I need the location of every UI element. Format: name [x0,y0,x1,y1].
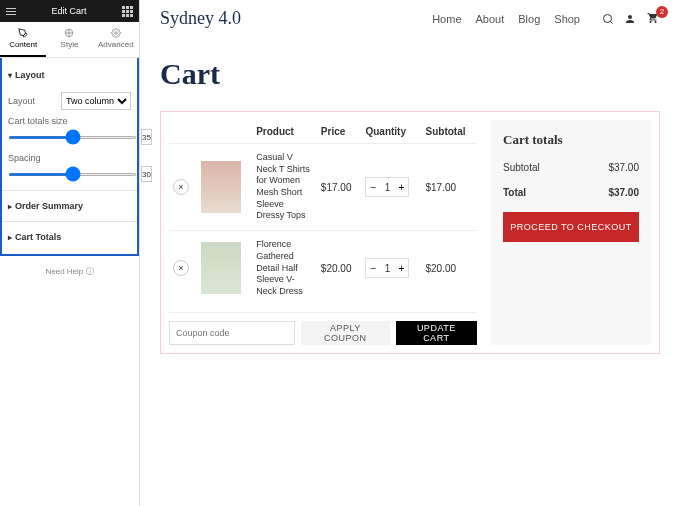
layout-control: Layout Two columns [8,92,131,110]
cart-container: Product Price Quantity Subtotal × Casual… [160,111,660,354]
tab-style[interactable]: Style [46,22,92,57]
svg-point-2 [604,14,612,22]
qty-plus[interactable]: + [394,178,408,196]
cart-actions: APPLY COUPON UPDATE CART [169,312,477,345]
site-nav: Home About Blog Shop 2 [432,12,660,26]
th-qty: Quantity [361,120,421,144]
section-layout[interactable]: Layout [8,64,131,86]
table-row: × Florence Gathered Detail Half Sleeve V… [169,231,477,306]
update-cart-button[interactable]: UPDATE CART [396,321,477,345]
nav-home[interactable]: Home [432,13,461,25]
apply-coupon-button[interactable]: APPLY COUPON [301,321,390,345]
spacing-slider[interactable] [8,173,137,176]
cart-table: Product Price Quantity Subtotal × Casual… [169,120,477,306]
product-thumb[interactable] [201,161,241,213]
coupon-input[interactable] [169,321,295,345]
tab-content[interactable]: Content [0,22,46,57]
checkout-button[interactable]: PROCEED TO CHECKOUT [503,212,639,242]
svg-point-1 [115,32,118,35]
product-thumb[interactable] [201,242,241,294]
product-price: $20.00 [317,231,362,306]
cart-badge: 2 [656,6,668,18]
cart-table-wrap: Product Price Quantity Subtotal × Casual… [169,120,477,345]
panel-body: Layout Layout Two columns Cart totals si… [0,58,139,256]
spacing-label: Spacing [8,153,131,163]
size-slider[interactable] [8,136,137,139]
panel-tabs: Content Style Advanced [0,22,139,58]
tab-advanced[interactable]: Advanced [93,22,139,57]
th-subtotal: Subtotal [422,120,478,144]
cart-icon[interactable]: 2 [646,12,660,26]
section-cart-totals[interactable]: Cart Totals [8,226,131,248]
total-row: Total $37.00 [503,187,639,198]
nav-blog[interactable]: Blog [518,13,540,25]
table-row: × Casual V Neck T Shirts for Women Mesh … [169,144,477,231]
site-header: Sydney 4.0 Home About Blog Shop 2 [160,8,660,29]
product-subtotal: $17.00 [422,144,478,231]
apps-icon[interactable] [122,6,133,17]
product-subtotal: $20.00 [422,231,478,306]
product-name[interactable]: Casual V Neck T Shirts for Women Mesh Sh… [252,144,317,231]
editor-panel: Edit Cart Content Style Advanced Layout … [0,0,140,506]
panel-title: Edit Cart [51,6,86,16]
th-price: Price [317,120,362,144]
page-title: Cart [160,57,660,91]
preview-area: Sydney 4.0 Home About Blog Shop 2 Cart [140,0,680,506]
subtotal-row: Subtotal $37.00 [503,162,639,173]
quantity-stepper[interactable]: −1+ [365,177,409,197]
qty-minus[interactable]: − [366,178,380,196]
product-price: $17.00 [317,144,362,231]
size-label: Cart totals size [8,116,131,126]
spacing-control: Spacing 30 [8,153,131,182]
cart-totals-size-control: Cart totals size 35 [8,116,131,145]
nav-shop[interactable]: Shop [554,13,580,25]
cart-totals: Cart totals Subtotal $37.00 Total $37.00… [491,120,651,345]
qty-minus[interactable]: − [366,259,380,277]
remove-button[interactable]: × [173,179,189,195]
section-order-summary[interactable]: Order Summary [8,195,131,217]
search-icon[interactable] [602,13,614,25]
qty-plus[interactable]: + [394,259,408,277]
user-icon[interactable] [624,13,636,25]
help-link[interactable]: Need Help ⓘ [0,266,139,277]
site-brand: Sydney 4.0 [160,8,241,29]
menu-icon[interactable] [6,8,16,15]
product-name[interactable]: Florence Gathered Detail Half Sleeve V-N… [252,231,317,306]
quantity-stepper[interactable]: −1+ [365,258,409,278]
panel-header: Edit Cart [0,0,139,22]
layout-select[interactable]: Two columns [61,92,131,110]
remove-button[interactable]: × [173,260,189,276]
layout-label: Layout [8,96,35,106]
nav-about[interactable]: About [476,13,505,25]
totals-title: Cart totals [503,132,639,148]
th-product: Product [252,120,317,144]
